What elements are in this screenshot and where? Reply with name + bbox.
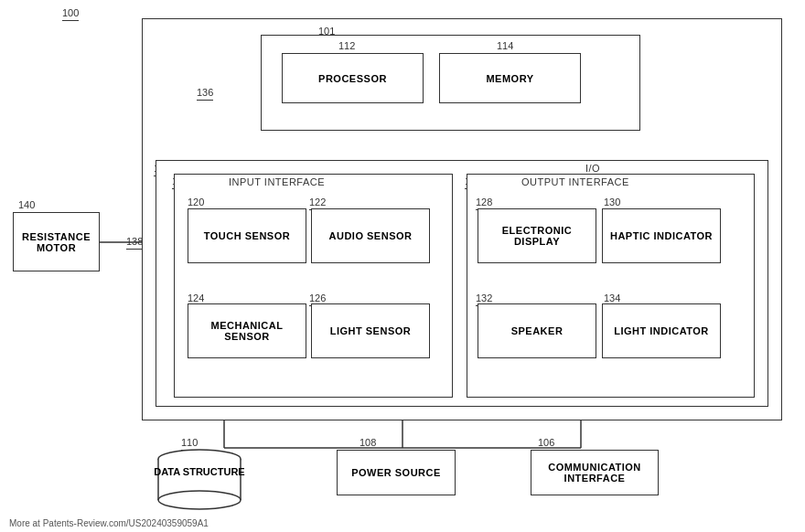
electronic-display-box: ELECTRONIC DISPLAY [478,208,596,263]
ref-112: 112 [338,40,355,51]
ref-132: 132 [476,293,492,303]
haptic-indicator-box: HAPTIC INDICATOR [602,208,721,263]
ref-108: 108 [360,437,376,448]
ref-122: 122 [309,197,326,207]
data-structure-cylinder [154,448,245,512]
ref-114: 114 [497,40,513,51]
touch-sensor-box: TOUCH SENSOR [188,208,306,263]
ref-100: 100 [62,7,79,18]
ref-128: 128 [476,197,492,207]
ref-134: 134 [604,293,620,303]
ref-124: 124 [188,293,204,303]
output-interface-label: OUTPUT INTERFACE [521,176,629,187]
processor-box: PROCESSOR [282,53,424,103]
data-structure-label: DATA STRUCTURE [154,466,245,477]
light-sensor-box: LIGHT SENSOR [311,303,430,358]
speaker-box: SPEAKER [478,303,596,358]
ref-136: 136 [197,87,213,98]
mechanical-sensor-box: MECHANICAL SENSOR [188,303,306,358]
ref-120: 120 [188,197,204,207]
ref-130: 130 [604,197,620,207]
input-interface-label: INPUT INTERFACE [229,176,325,187]
light-indicator-box: LIGHT INDICATOR [602,303,721,358]
ref-140: 140 [18,199,35,210]
communication-interface-box: COMMUNICATION INTERFACE [531,450,659,495]
ref-110: 110 [181,437,198,448]
audio-sensor-box: AUDIO SENSOR [311,208,430,263]
power-source-box: POWER SOURCE [337,450,456,495]
footer-text: More at Patents-Review.com/US20240359059… [9,518,209,528]
diagram: 100 101 112 PROCESSOR 114 MEMORY 136 104… [0,0,805,532]
svg-point-14 [158,491,241,509]
ref-126: 126 [309,293,326,303]
ref-106: 106 [538,437,554,448]
ref-138: 138 [126,236,143,247]
resistance-motor-box: RESISTANCE MOTOR [13,212,100,271]
memory-box: MEMORY [439,53,581,103]
io-label: I/O [585,163,600,174]
